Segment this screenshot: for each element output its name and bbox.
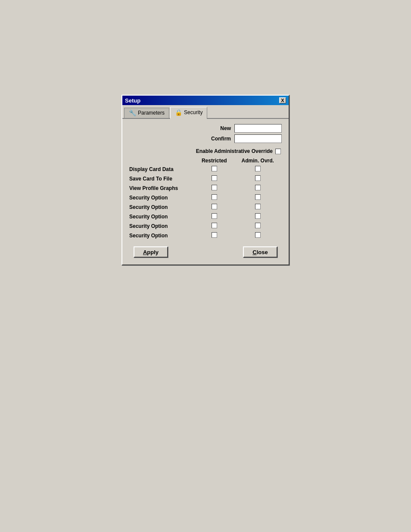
new-label: New	[196, 125, 231, 131]
dialog-body: New Confirm Enable Administrative Overri…	[122, 119, 289, 264]
confirm-password-input[interactable]	[234, 134, 282, 143]
table-row: Security Option	[129, 231, 282, 240]
table-row: View Profile Graphs	[129, 184, 282, 193]
enable-admin-checkbox[interactable]	[275, 149, 281, 154]
tab-security-label: Security	[184, 109, 202, 115]
col-header-option	[129, 157, 195, 165]
option-label: Save Card To File	[129, 174, 195, 184]
password-section: New Confirm	[129, 124, 282, 145]
options-table-header: Restricted Admin. Ovrd.	[129, 157, 282, 165]
option-label: Security Option	[129, 212, 195, 221]
enable-admin-label: Enable Administrative Override	[196, 148, 273, 154]
option-label: Security Option	[129, 231, 195, 240]
new-field-row: New	[129, 124, 282, 133]
close-icon[interactable]: X	[279, 97, 286, 103]
options-table: Restricted Admin. Ovrd. Display Card Dat…	[129, 157, 282, 240]
tab-security[interactable]: 🔒 Security	[170, 107, 207, 119]
admin-checkbox[interactable]	[255, 166, 261, 171]
option-label: Display Card Data	[129, 165, 195, 174]
dialog-title: Setup	[125, 97, 140, 104]
table-row: Save Card To File	[129, 174, 282, 184]
restricted-checkbox[interactable]	[212, 232, 217, 238]
table-row: Security Option	[129, 221, 282, 231]
admin-checkbox[interactable]	[255, 204, 261, 209]
admin-checkbox[interactable]	[255, 175, 261, 181]
title-bar: Setup X	[122, 96, 289, 105]
new-password-input[interactable]	[234, 124, 282, 133]
close-button[interactable]: Close	[243, 246, 277, 258]
tab-bar: 🔧 Parameters 🔒 Security	[122, 105, 289, 119]
option-label: Security Option	[129, 193, 195, 202]
admin-checkbox[interactable]	[255, 194, 261, 200]
parameters-icon: 🔧	[129, 109, 136, 116]
setup-dialog: Setup X 🔧 Parameters 🔒 Security New Conf…	[121, 95, 290, 265]
option-label: View Profile Graphs	[129, 184, 195, 193]
restricted-checkbox[interactable]	[212, 175, 217, 181]
admin-checkbox[interactable]	[255, 223, 261, 228]
restricted-checkbox[interactable]	[212, 194, 217, 200]
admin-checkbox[interactable]	[255, 213, 261, 219]
table-row: Security Option	[129, 212, 282, 221]
col-header-admin-ovrd: Admin. Ovrd.	[234, 157, 282, 165]
table-row: Display Card Data	[129, 165, 282, 174]
tab-parameters-label: Parameters	[138, 110, 165, 116]
button-row: Apply Close	[129, 246, 282, 258]
restricted-checkbox[interactable]	[212, 213, 217, 219]
option-label: Security Option	[129, 202, 195, 212]
security-icon: 🔒	[175, 109, 182, 116]
restricted-checkbox[interactable]	[212, 185, 217, 190]
options-table-body: Display Card DataSave Card To FileView P…	[129, 165, 282, 240]
table-row: Security Option	[129, 202, 282, 212]
restricted-checkbox[interactable]	[212, 223, 217, 228]
restricted-checkbox[interactable]	[212, 204, 217, 209]
close-label: Close	[252, 249, 268, 255]
admin-checkbox[interactable]	[255, 232, 261, 238]
table-row: Security Option	[129, 193, 282, 202]
apply-button[interactable]: Apply	[134, 246, 168, 258]
option-label: Security Option	[129, 221, 195, 231]
confirm-label: Confirm	[196, 136, 231, 142]
restricted-checkbox[interactable]	[212, 166, 217, 171]
tab-parameters[interactable]: 🔧 Parameters	[124, 108, 169, 118]
apply-label: Apply	[143, 249, 159, 255]
enable-admin-row: Enable Administrative Override	[129, 148, 282, 154]
col-header-restricted: Restricted	[195, 157, 234, 165]
confirm-field-row: Confirm	[129, 134, 282, 143]
admin-checkbox[interactable]	[255, 185, 261, 190]
